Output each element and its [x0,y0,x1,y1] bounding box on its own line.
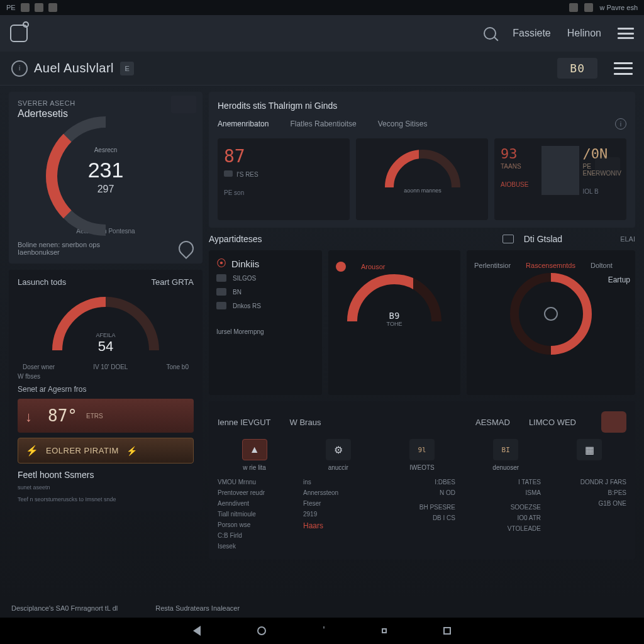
avatar-icon[interactable]: i [11,60,28,77]
info-icon[interactable]: i [615,118,626,130]
nav-recent-icon[interactable] [443,627,451,635]
table-highlight[interactable]: Haars [303,521,370,530]
app-header: Fassiete Helinon [0,15,644,52]
status-bar: PE w Pavre esh [0,0,644,15]
bolt-icon [26,445,38,457]
power-label: EOLRER PIRATIM [46,446,119,455]
semi-gauge-value: 54 [98,338,113,355]
footer-bar: Desciplance's SA0 Frnragnort tL dl Resta… [0,599,644,618]
alert-dot-icon [336,262,346,272]
th-4[interactable]: LIMCO WED [529,418,576,427]
stat-icon-1 [216,274,226,282]
tile-1[interactable]: ▲ w rie lita [218,439,291,471]
temperature-button[interactable]: 87° ETRS [18,399,194,433]
metrics-title: Herodits stis Thalrigm ni Ginds [218,101,626,111]
tile-3[interactable]: 9l IWEOTS [385,439,458,471]
nav-home-icon[interactable] [257,626,266,635]
tile-5[interactable]: ▦ [553,439,626,471]
tiles-panel: Ienne IEVGUT W Braus AESMAD LIMCO WED ▲ … [209,401,635,560]
tile3-icon: 9l [409,439,435,460]
alert-gauge: B9TOHE [347,274,441,331]
tile-4[interactable]: BI denuoser [469,439,543,471]
power-button[interactable]: EOLRER PIRATIM [18,438,194,464]
th-3[interactable]: AESMAD [475,418,510,427]
footer-right: Resta Sudratears Inaleacer [155,604,240,612]
semi-gauge: AFEILA 54 [52,297,159,360]
stats-pane: ⦿ Dinkiis SILGOS BN Dnkos RS Iursel More… [209,250,322,395]
launch-left-label[interactable]: Lasunch tods [18,277,66,287]
shield-icon [569,3,578,12]
tab-2[interactable]: Flatles Rabentioitse [290,119,356,128]
send-section-title: Senet ar Agesrn fros [18,385,194,394]
feed-line1: sunet aseetn [18,484,194,492]
m3-value: 93 [501,146,538,162]
nav-link-1[interactable]: Fassiete [513,28,550,39]
g2-right: Tone b0 [166,364,189,370]
g2-side: W fbses [18,373,194,380]
stat-icon-2 [216,302,226,309]
panel-thumb-icon [171,96,196,113]
filter-alert[interactable]: Arousor [361,263,386,270]
tile1-icon: ▲ [242,439,267,460]
metric-2: aoonn mannes [356,138,488,220]
nav-recent-small-icon[interactable] [382,628,387,633]
tile-action-button[interactable] [601,411,626,433]
bolt2-icon [126,445,137,457]
main-gauge: Aesrecn 231 297 [46,116,165,236]
gauge-panel: Sverer Asech Adertesetis Aesrecn 231 297… [9,92,203,264]
nav-back-icon[interactable] [193,626,201,636]
launch-panel: Lasunch tods Teart GRTA AFEILA 54 Doser … [9,270,203,511]
gauge-panel-subtitle: Sverer Asech [18,99,194,107]
nav-sep-icon: ' [323,625,325,636]
status-left-label: PE [6,4,16,11]
gauge-foot1: Boline nenen: snerbon ops [18,241,100,248]
footer-left: Desciplance's SA0 Frnragnort tL dl [11,604,118,612]
th-2[interactable]: W Braus [290,418,321,427]
arrow-down-icon [25,409,39,423]
dink-title: Dinkiis [231,258,259,269]
refresh-icon[interactable] [544,307,558,321]
metric-1: 87 I'S RES PE son [218,138,350,220]
page-title: Auel Auslvlarl [34,61,114,75]
m3-status: AIOBUSE [501,181,538,188]
menu-icon[interactable] [618,28,634,39]
tile-2[interactable]: ⚙ anuccir [301,439,375,471]
metric-3: 93 TAANS AIOBUSE /0N PE ENERWONIV IOL B [494,138,626,220]
battery2-icon [584,3,593,12]
filter-2[interactable]: Perlentitsior [474,262,511,269]
tile5-icon: ▦ [577,439,602,460]
sec-label-1[interactable]: Aypartidteses [209,234,262,244]
m1-value: 87 [224,146,345,167]
data-table: VMOU Mrnnu Prentoveer reudr Aenndivent T… [218,479,626,550]
gauge-value: 231 [88,158,124,182]
ring-gauge [510,273,592,355]
panel-menu-icon[interactable] [614,62,633,75]
sec-label-3[interactable]: ELAI [620,235,635,243]
app-logo-icon[interactable] [10,25,28,42]
ring-pane: Perlentitsior Rascensemntds Doltont Eart… [467,250,635,395]
tile2-icon: ⚙ [326,439,351,460]
signal-icon [48,3,57,12]
system-nav: ' [0,618,644,644]
filter-4[interactable]: Doltont [591,262,613,269]
status-right-label: w Pavre esh [599,4,638,11]
m4-foot: IOL B [583,188,621,195]
tab-3[interactable]: Vecong Sitises [378,119,428,128]
launch-right-label[interactable]: Teart GRTA [152,277,194,287]
temp-unit: ETRS [86,413,103,419]
sec-label-2[interactable]: Dti Gtslad [524,234,562,244]
tab-1[interactable]: Anemenribaton [218,119,269,128]
temp-value: 87° [48,406,77,425]
nav-link-2[interactable]: Helinon [567,28,601,39]
gauge-foot2: Iaenbonukser [18,248,100,256]
th-1[interactable]: Ienne IEVGUT [218,418,271,427]
phone-icon[interactable] [175,238,197,259]
title-badge-icon[interactable]: E [120,62,134,75]
battery-icon [21,3,30,12]
feed-section-title: Feetl hoont Ssmers [18,470,194,480]
search-icon[interactable] [484,27,496,40]
filter-3[interactable]: Rascensemntds [526,262,575,269]
counter-badge: B0 [557,58,597,79]
chip2-icon [502,235,514,243]
section-row: Aypartidteses Dti Gtslad ELAI [209,234,635,244]
